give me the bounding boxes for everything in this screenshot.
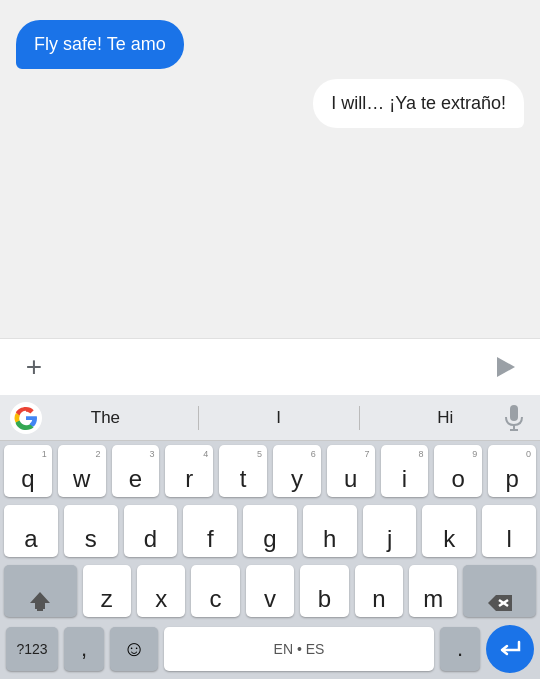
period-key[interactable]: . <box>440 627 480 671</box>
emoji-key[interactable]: ☺ <box>110 627 158 671</box>
suggestion-divider-1 <box>198 406 199 430</box>
message-input[interactable] <box>62 349 478 385</box>
chat-area: Fly safe! Te amo I will… ¡Ya te extraño! <box>0 0 540 338</box>
svg-rect-1 <box>510 405 518 421</box>
key-g[interactable]: g <box>243 505 297 557</box>
key-c[interactable]: c <box>191 565 239 617</box>
key-y[interactable]: 6 y <box>273 445 321 497</box>
shift-key[interactable] <box>4 565 77 617</box>
key-z[interactable]: z <box>83 565 131 617</box>
bubble-left-text: Fly safe! Te amo <box>34 34 166 54</box>
keyboard-row-2: a s d f g h j k l <box>4 505 536 557</box>
key-u[interactable]: 7 u <box>327 445 375 497</box>
google-g-icon <box>8 400 44 436</box>
key-r[interactable]: 4 r <box>165 445 213 497</box>
enter-key[interactable] <box>486 625 534 673</box>
comma-key[interactable]: , <box>64 627 104 671</box>
suggestion-item-3[interactable]: Hi <box>429 404 461 432</box>
key-x[interactable]: x <box>137 565 185 617</box>
key-s[interactable]: s <box>64 505 118 557</box>
keyboard-row-3: z x c v b n m <box>4 565 536 617</box>
keyboard-bottom-row: ?123 , ☺ EN • ES . <box>0 625 540 679</box>
mic-button[interactable] <box>496 400 532 436</box>
chat-bubble-right: I will… ¡Ya te extraño! <box>313 79 524 128</box>
suggestions-bar: The I Hi <box>0 395 540 441</box>
svg-rect-6 <box>36 607 44 609</box>
key-e[interactable]: 3 e <box>112 445 160 497</box>
send-button[interactable] <box>488 349 524 385</box>
send-arrow-icon <box>497 357 515 377</box>
nums-key[interactable]: ?123 <box>6 627 58 671</box>
add-attachment-button[interactable]: + <box>16 353 52 381</box>
key-b[interactable]: b <box>300 565 348 617</box>
space-key[interactable]: EN • ES <box>164 627 434 671</box>
key-f[interactable]: f <box>183 505 237 557</box>
chat-bubble-left: Fly safe! Te amo <box>16 20 184 69</box>
key-q[interactable]: 1 q <box>4 445 52 497</box>
key-v[interactable]: v <box>246 565 294 617</box>
backspace-key[interactable] <box>463 565 536 617</box>
mic-icon <box>504 405 524 431</box>
bubble-right-text: I will… ¡Ya te extraño! <box>331 93 506 113</box>
enter-icon <box>497 639 523 659</box>
key-p[interactable]: 0 p <box>488 445 536 497</box>
backspace-icon <box>486 593 514 613</box>
suggestion-divider-2 <box>359 406 360 430</box>
suggestion-item-1[interactable]: The <box>83 404 128 432</box>
key-t[interactable]: 5 t <box>219 445 267 497</box>
suggestion-list: The I Hi <box>48 404 496 432</box>
key-l[interactable]: l <box>482 505 536 557</box>
key-k[interactable]: k <box>422 505 476 557</box>
key-w[interactable]: 2 w <box>58 445 106 497</box>
key-n[interactable]: n <box>355 565 403 617</box>
key-a[interactable]: a <box>4 505 58 557</box>
key-d[interactable]: d <box>124 505 178 557</box>
key-m[interactable]: m <box>409 565 457 617</box>
shift-icon <box>28 589 52 613</box>
key-o[interactable]: 9 o <box>434 445 482 497</box>
key-j[interactable]: j <box>363 505 417 557</box>
key-rows: 1 q 2 w 3 e 4 r 5 t 6 y <box>0 441 540 617</box>
input-bar: + <box>0 338 540 395</box>
key-i[interactable]: 8 i <box>381 445 429 497</box>
key-h[interactable]: h <box>303 505 357 557</box>
svg-marker-4 <box>30 592 50 609</box>
keyboard-row-1: 1 q 2 w 3 e 4 r 5 t 6 y <box>4 445 536 497</box>
keyboard: The I Hi 1 q 2 w <box>0 395 540 679</box>
suggestion-item-2[interactable]: I <box>268 404 289 432</box>
